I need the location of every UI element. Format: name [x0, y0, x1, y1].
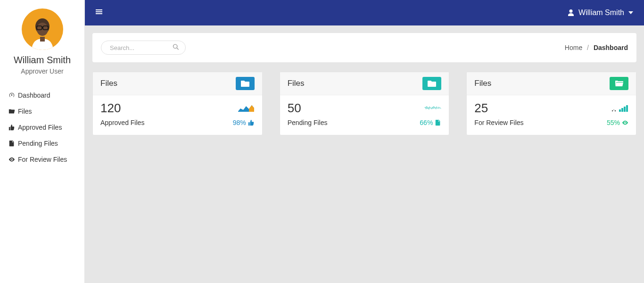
caret-down-icon [628, 10, 634, 16]
card-percent: 55% [607, 119, 628, 126]
file-icon [435, 119, 441, 126]
nav-pending[interactable]: Pending Files [0, 135, 84, 151]
thumbs-up-icon [248, 119, 255, 126]
breadcrumb-home[interactable]: Home [565, 44, 582, 51]
card-subtitle: Approved Files [100, 119, 144, 126]
cards-row: Files 120 Approved Files [92, 72, 636, 135]
user-dropdown-label: William Smith [578, 8, 624, 17]
svg-rect-8 [615, 110, 616, 111]
eye-icon [8, 156, 15, 163]
card-head: Files [280, 72, 449, 95]
folder-open-icon [8, 108, 15, 115]
signal-bars-icon [611, 104, 628, 114]
user-icon [567, 9, 575, 17]
nav-label: Approved Files [18, 124, 62, 131]
sidebar: William Smith Approver User Dashboard Fi… [0, 0, 85, 283]
svg-rect-6 [612, 110, 613, 111]
svg-rect-11 [624, 107, 626, 112]
card-subtitle: Pending Files [288, 119, 328, 126]
svg-rect-7 [613, 109, 614, 110]
breadcrumb-sep: / [587, 44, 589, 51]
hamburger-icon [95, 8, 103, 16]
area-chart-icon [238, 104, 255, 114]
card-count: 25 [474, 102, 488, 114]
user-name: William Smith [0, 55, 84, 66]
card-title: Files [288, 79, 305, 88]
card-percent: 66% [420, 119, 441, 126]
card-subtitle: For Review Files [474, 119, 523, 126]
card-body: 50 Pending Files 66% [280, 95, 449, 135]
card-head: Files [93, 72, 262, 95]
card-count: 120 [100, 102, 121, 114]
nav-approved[interactable]: Approved Files [0, 119, 84, 135]
nav-label: Files [18, 108, 32, 115]
card-title: Files [100, 79, 117, 88]
card-title: Files [474, 79, 491, 88]
sparkline-icon [424, 104, 441, 114]
nav-dashboard[interactable]: Dashboard [0, 87, 84, 103]
card-pending: Files 50 Pending Files [280, 72, 450, 135]
card-percent: 98% [233, 119, 255, 126]
svg-point-1 [37, 23, 48, 36]
nav-label: For Review Files [18, 156, 67, 163]
folder-open-icon [610, 77, 628, 90]
nav-files[interactable]: Files [0, 103, 84, 119]
nav-label: Dashboard [18, 92, 50, 99]
breadcrumb: Home / Dashboard [565, 44, 628, 51]
breadcrumb-current: Dashboard [594, 44, 628, 51]
search-icon [173, 44, 179, 50]
folder-icon [422, 77, 441, 90]
search [101, 41, 186, 55]
card-approved: Files 120 Approved Files [92, 72, 263, 135]
search-button[interactable] [171, 42, 181, 54]
folder-icon [236, 77, 255, 90]
card-body: 25 [467, 95, 636, 135]
file-icon [8, 140, 15, 147]
dashboard-icon [8, 92, 15, 99]
sidebar-nav: Dashboard Files Approved Files Pending F… [0, 87, 84, 167]
toolbar: Home / Dashboard [92, 33, 636, 62]
topbar: William Smith [85, 0, 644, 25]
avatar [22, 8, 63, 50]
card-review: Files 25 [466, 72, 636, 135]
svg-rect-5 [40, 37, 45, 42]
card-head: Files [467, 72, 636, 95]
user-role: Approver User [0, 67, 84, 75]
card-body: 120 Approved Files 98% [93, 95, 262, 135]
thumbs-up-icon [8, 124, 15, 131]
nav-label: Pending Files [18, 140, 58, 147]
nav-review[interactable]: For Review Files [0, 151, 84, 167]
main: William Smith Home / Dashboard Files [85, 0, 644, 283]
svg-rect-12 [626, 105, 628, 112]
user-dropdown[interactable]: William Smith [567, 8, 634, 17]
card-count: 50 [288, 102, 301, 114]
user-profile: William Smith Approver User [0, 0, 84, 81]
svg-rect-9 [619, 109, 621, 112]
content: Home / Dashboard Files 120 [85, 25, 644, 143]
menu-toggle[interactable] [95, 8, 103, 17]
svg-rect-10 [621, 108, 623, 112]
eye-icon [622, 119, 628, 126]
